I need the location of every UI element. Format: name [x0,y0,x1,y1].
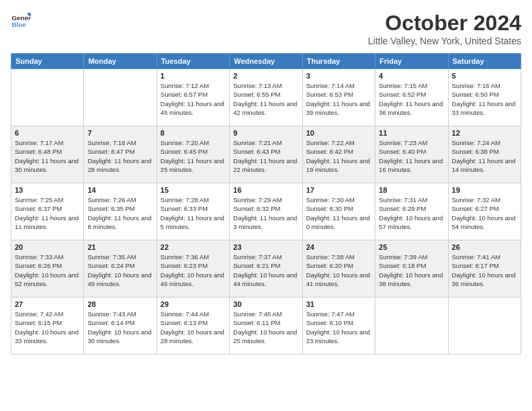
calendar-cell [84,69,157,126]
calendar-cell: 1Sunrise: 7:12 AMSunset: 6:57 PMDaylight… [157,69,229,126]
calendar-cell: 23Sunrise: 7:37 AMSunset: 6:21 PMDayligh… [230,240,302,298]
day-info: Sunrise: 7:12 AMSunset: 6:57 PMDaylight:… [161,81,226,117]
day-number: 17 [306,186,371,194]
calendar-cell: 19Sunrise: 7:32 AMSunset: 6:27 PMDayligh… [448,183,521,240]
calendar-cell: 31Sunrise: 7:47 AMSunset: 6:10 PMDayligh… [302,298,375,355]
day-info: Sunrise: 7:36 AMSunset: 6:23 PMDaylight:… [161,253,226,288]
day-info: Sunrise: 7:20 AMSunset: 6:45 PMDaylight:… [161,138,226,174]
day-info: Sunrise: 7:22 AMSunset: 6:42 PMDaylight:… [306,138,371,174]
day-number: 22 [161,243,226,251]
day-info: Sunrise: 7:17 AMSunset: 6:48 PMDaylight:… [15,138,80,174]
calendar-cell: 2Sunrise: 7:13 AMSunset: 6:55 PMDaylight… [230,69,302,126]
calendar-cell: 25Sunrise: 7:39 AMSunset: 6:18 PMDayligh… [375,240,448,298]
day-number: 9 [233,129,298,137]
logo: General Blue [11,11,31,31]
calendar-cell: 18Sunrise: 7:31 AMSunset: 6:29 PMDayligh… [375,183,448,240]
day-number: 5 [452,72,517,80]
calendar-cell: 20Sunrise: 7:33 AMSunset: 6:26 PMDayligh… [11,240,84,298]
day-number: 24 [306,243,371,251]
day-number: 18 [379,186,444,194]
day-number: 3 [306,72,371,80]
calendar-cell: 28Sunrise: 7:43 AMSunset: 6:14 PMDayligh… [84,298,157,355]
day-info: Sunrise: 7:13 AMSunset: 6:55 PMDaylight:… [233,81,298,117]
calendar-header-sunday: Sunday [11,54,84,69]
calendar-cell: 13Sunrise: 7:25 AMSunset: 6:37 PMDayligh… [11,183,84,240]
day-number: 30 [233,300,298,308]
day-number: 31 [306,300,371,308]
page-header: General Blue October 2024 Little Valley,… [11,11,521,46]
calendar-header-wednesday: Wednesday [230,54,302,69]
calendar-cell: 5Sunrise: 7:16 AMSunset: 6:50 PMDaylight… [448,69,521,126]
day-number: 19 [452,186,517,194]
day-info: Sunrise: 7:29 AMSunset: 6:32 PMDaylight:… [233,195,298,231]
day-number: 1 [161,72,226,80]
calendar-header-tuesday: Tuesday [157,54,229,69]
day-info: Sunrise: 7:41 AMSunset: 6:17 PMDaylight:… [452,253,517,288]
calendar-cell: 9Sunrise: 7:21 AMSunset: 6:43 PMDaylight… [230,126,302,183]
calendar-week-row: 13Sunrise: 7:25 AMSunset: 6:37 PMDayligh… [11,183,521,240]
day-info: Sunrise: 7:37 AMSunset: 6:21 PMDaylight:… [233,253,298,288]
calendar-week-row: 1Sunrise: 7:12 AMSunset: 6:57 PMDaylight… [11,69,521,126]
calendar-cell: 12Sunrise: 7:24 AMSunset: 6:38 PMDayligh… [448,126,521,183]
calendar-cell: 10Sunrise: 7:22 AMSunset: 6:42 PMDayligh… [302,126,375,183]
day-info: Sunrise: 7:26 AMSunset: 6:35 PMDaylight:… [87,195,152,231]
day-info: Sunrise: 7:38 AMSunset: 6:20 PMDaylight:… [306,253,371,288]
day-info: Sunrise: 7:25 AMSunset: 6:37 PMDaylight:… [15,195,80,231]
day-number: 23 [233,243,298,251]
day-info: Sunrise: 7:42 AMSunset: 6:15 PMDaylight:… [15,310,80,345]
day-info: Sunrise: 7:16 AMSunset: 6:50 PMDaylight:… [452,81,517,117]
day-info: Sunrise: 7:18 AMSunset: 6:47 PMDaylight:… [87,138,152,174]
calendar-cell: 8Sunrise: 7:20 AMSunset: 6:45 PMDaylight… [157,126,229,183]
day-number: 26 [452,243,517,251]
day-number: 27 [15,300,80,308]
calendar-week-row: 27Sunrise: 7:42 AMSunset: 6:15 PMDayligh… [11,298,521,355]
day-number: 6 [15,129,80,137]
day-info: Sunrise: 7:43 AMSunset: 6:14 PMDaylight:… [87,310,152,345]
calendar-cell: 21Sunrise: 7:35 AMSunset: 6:24 PMDayligh… [84,240,157,298]
day-number: 15 [161,186,226,194]
day-number: 4 [379,72,444,80]
calendar-cell: 26Sunrise: 7:41 AMSunset: 6:17 PMDayligh… [448,240,521,298]
calendar-header-friday: Friday [375,54,448,69]
calendar-header-thursday: Thursday [302,54,375,69]
calendar-cell: 17Sunrise: 7:30 AMSunset: 6:30 PMDayligh… [302,183,375,240]
month-title: October 2024 [368,11,521,36]
calendar-cell: 27Sunrise: 7:42 AMSunset: 6:15 PMDayligh… [11,298,84,355]
calendar-cell: 15Sunrise: 7:28 AMSunset: 6:33 PMDayligh… [157,183,229,240]
day-number: 25 [379,243,444,251]
calendar-cell: 4Sunrise: 7:15 AMSunset: 6:52 PMDaylight… [375,69,448,126]
day-info: Sunrise: 7:39 AMSunset: 6:18 PMDaylight:… [379,253,444,288]
day-number: 21 [87,243,152,251]
day-number: 29 [161,300,226,308]
day-number: 16 [233,186,298,194]
calendar-cell: 11Sunrise: 7:23 AMSunset: 6:40 PMDayligh… [375,126,448,183]
location: Little Valley, New York, United States [368,36,521,46]
calendar-cell: 24Sunrise: 7:38 AMSunset: 6:20 PMDayligh… [302,240,375,298]
title-block: October 2024 Little Valley, New York, Un… [368,11,521,46]
calendar-cell: 29Sunrise: 7:44 AMSunset: 6:13 PMDayligh… [157,298,229,355]
day-number: 20 [15,243,80,251]
calendar-cell: 3Sunrise: 7:14 AMSunset: 6:53 PMDaylight… [302,69,375,126]
calendar-cell: 14Sunrise: 7:26 AMSunset: 6:35 PMDayligh… [84,183,157,240]
calendar-cell [448,298,521,355]
day-number: 14 [87,186,152,194]
calendar-cell [375,298,448,355]
day-info: Sunrise: 7:14 AMSunset: 6:53 PMDaylight:… [306,81,371,117]
svg-text:General: General [12,14,32,21]
calendar-cell: 16Sunrise: 7:29 AMSunset: 6:32 PMDayligh… [230,183,302,240]
day-number: 11 [379,129,444,137]
day-number: 28 [87,300,152,308]
day-number: 2 [233,72,298,80]
calendar-cell: 7Sunrise: 7:18 AMSunset: 6:47 PMDaylight… [84,126,157,183]
svg-text:Blue: Blue [12,21,27,28]
calendar-header-row: SundayMondayTuesdayWednesdayThursdayFrid… [11,54,521,69]
day-info: Sunrise: 7:31 AMSunset: 6:29 PMDaylight:… [379,195,444,231]
day-info: Sunrise: 7:21 AMSunset: 6:43 PMDaylight:… [233,138,298,174]
calendar-week-row: 6Sunrise: 7:17 AMSunset: 6:48 PMDaylight… [11,126,521,183]
day-number: 8 [161,129,226,137]
day-info: Sunrise: 7:24 AMSunset: 6:38 PMDaylight:… [452,138,517,174]
calendar-header-saturday: Saturday [448,54,521,69]
day-info: Sunrise: 7:32 AMSunset: 6:27 PMDaylight:… [452,195,517,231]
calendar-week-row: 20Sunrise: 7:33 AMSunset: 6:26 PMDayligh… [11,240,521,298]
day-info: Sunrise: 7:28 AMSunset: 6:33 PMDaylight:… [161,195,226,231]
